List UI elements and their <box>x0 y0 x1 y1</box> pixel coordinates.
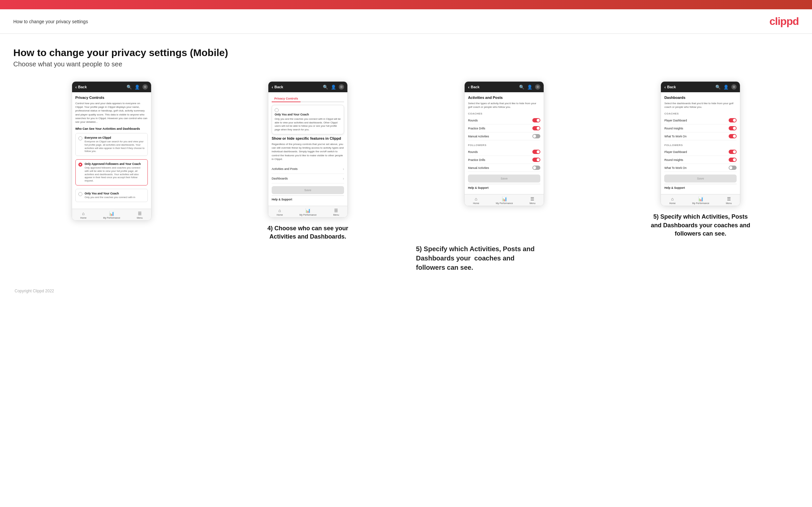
back-button-2[interactable]: ‹ Back <box>272 84 283 90</box>
dashboards-title-4: Dashboards <box>664 96 737 100</box>
followers-player-dash-label: Player Dashboard <box>664 150 687 154</box>
nav-menu-4[interactable]: ☰ Menu <box>726 196 732 205</box>
dashboards-desc-4: Select the dashboards that you'd like to… <box>664 102 737 109</box>
back-button-3[interactable]: ‹ Back <box>468 84 479 90</box>
privacy-controls-title-1: Privacy Controls <box>75 96 148 100</box>
tab-privacy-controls[interactable]: Privacy Controls <box>272 96 301 102</box>
radio-coach-only[interactable] <box>79 192 82 196</box>
toggle-followers-practice: Practice Drills <box>468 156 540 164</box>
help-support-4: Help & Support <box>664 184 737 191</box>
toggle-coaches-player-dash-switch[interactable] <box>729 118 737 122</box>
topbar-icons-2: 🔍 👤 ⚙ <box>323 84 344 90</box>
toggle-coaches-practice: Practice Drills <box>468 124 540 132</box>
radio-approved[interactable] <box>79 163 82 167</box>
page-heading: How to change your privacy settings (Mob… <box>13 47 799 58</box>
option-approved-label: Only Approved Followers and Your Coach <box>85 162 145 166</box>
toggle-coaches-practice-switch[interactable] <box>532 126 540 130</box>
toggle-coaches-round-insights: Round Insights <box>664 124 737 132</box>
coaches-manual-label: Manual Activities <box>468 135 489 138</box>
home-icon-3: ⌂ <box>475 196 477 202</box>
menu-icon-1: ☰ <box>138 211 142 216</box>
nav-home-2[interactable]: ⌂ Home <box>276 208 283 216</box>
option-everyone[interactable]: Everyone on Clippd Everyone on Clippd ca… <box>75 133 148 156</box>
search-icon-2[interactable]: 🔍 <box>323 84 328 90</box>
save-button-2[interactable]: Save <box>272 186 344 194</box>
nav-performance-1[interactable]: 📊 My Performance <box>103 211 120 219</box>
person-icon-3[interactable]: 👤 <box>527 84 532 90</box>
toggle-coaches-round-insights-switch[interactable] <box>729 126 737 130</box>
coaches-rounds-label: Rounds <box>468 119 477 122</box>
toggle-coaches-manual: Manual Activities <box>468 132 540 140</box>
settings-icon-3[interactable]: ⚙ <box>535 84 540 90</box>
activities-menu-item[interactable]: Activities and Posts › <box>272 164 344 174</box>
nav-menu-1[interactable]: ☰ Menu <box>137 211 143 219</box>
nav-menu-3[interactable]: ☰ Menu <box>530 196 536 205</box>
toggle-followers-what-to-work-switch[interactable] <box>729 166 737 170</box>
screenshots-row: ‹ Back 🔍 👤 ⚙ Privacy Controls Control ho… <box>13 81 799 241</box>
nav-performance-4[interactable]: 📊 My Performance <box>692 196 709 205</box>
phone-body-3: Activities and Posts Select the types of… <box>465 92 544 194</box>
search-icon-3[interactable]: 🔍 <box>519 84 524 90</box>
person-icon[interactable]: 👤 <box>135 84 140 90</box>
nav-performance-2[interactable]: 📊 My Performance <box>300 208 316 216</box>
topbar-icons-1: 🔍 👤 ⚙ <box>126 84 148 90</box>
toggle-coaches-what-to-work-switch[interactable] <box>729 134 737 138</box>
followers-label-4: FOLLOWERS <box>664 144 737 147</box>
toggle-coaches-rounds: Rounds <box>468 116 540 124</box>
nav-performance-label-3: My Performance <box>496 202 513 205</box>
dashboards-menu-item[interactable]: Dashboards › <box>272 174 344 183</box>
nav-home-1[interactable]: ⌂ Home <box>81 211 87 219</box>
nav-home-label-4: Home <box>669 202 675 205</box>
nav-home-3[interactable]: ⌂ Home <box>473 196 479 205</box>
settings-icon-2[interactable]: ⚙ <box>339 84 344 90</box>
followers-practice-label: Practice Drills <box>468 158 485 162</box>
coaches-round-insights-label: Round Insights <box>664 127 683 130</box>
nav-performance-label-4: My Performance <box>692 202 709 205</box>
toggle-followers-manual-switch[interactable] <box>532 166 540 170</box>
phone-topbar-1: ‹ Back 🔍 👤 ⚙ <box>72 81 151 92</box>
nav-performance-3[interactable]: 📊 My Performance <box>496 196 513 205</box>
search-icon-4[interactable]: 🔍 <box>715 84 721 90</box>
save-button-4[interactable]: Save <box>664 174 737 182</box>
toggle-followers-practice-switch[interactable] <box>532 158 540 162</box>
phone-frame-1: ‹ Back 🔍 👤 ⚙ Privacy Controls Control ho… <box>72 81 151 221</box>
back-button-1[interactable]: ‹ Back <box>75 84 87 90</box>
toggle-followers-rounds-switch[interactable] <box>532 150 540 154</box>
toggle-followers-round-insights-switch[interactable] <box>729 158 737 162</box>
chevron-left-icon-3: ‹ <box>468 84 469 90</box>
nav-menu-2[interactable]: ☰ Menu <box>333 208 339 216</box>
back-label-2: Back <box>274 85 283 89</box>
settings-icon[interactable]: ⚙ <box>143 84 148 90</box>
person-icon-4[interactable]: 👤 <box>723 84 729 90</box>
save-button-3[interactable]: Save <box>468 174 540 182</box>
settings-icon-4[interactable]: ⚙ <box>731 84 737 90</box>
screenshot-group-3: ‹ Back 🔍 👤 ⚙ Activities and Posts Select… <box>406 81 602 206</box>
menu-icon-4: ☰ <box>727 196 731 202</box>
nav-home-4[interactable]: ⌂ Home <box>669 196 675 205</box>
screenshot-group-1: ‹ Back 🔍 👤 ⚙ Privacy Controls Control ho… <box>13 81 210 221</box>
toggle-coaches-what-to-work: What To Work On <box>664 132 737 140</box>
option-coach-only[interactable]: Only You and Your Coach Only you and the… <box>75 189 148 202</box>
phone-topbar-4: ‹ Back 🔍 👤 ⚙ <box>661 81 740 92</box>
tab-bar-2: Privacy Controls <box>272 96 344 102</box>
nav-menu-label-2: Menu <box>333 214 339 216</box>
radio-everyone[interactable] <box>79 136 82 140</box>
chart-icon-1: 📊 <box>109 211 114 216</box>
back-button-4[interactable]: ‹ Back <box>664 84 676 90</box>
toggle-coaches-player-dash: Player Dashboard <box>664 116 737 124</box>
nav-menu-label-4: Menu <box>726 202 732 205</box>
toggle-followers-player-dash-switch[interactable] <box>729 150 737 154</box>
header: How to change your privacy settings clip… <box>0 9 812 34</box>
phone-body-2: Privacy Controls Only You and Your Coach… <box>268 92 347 206</box>
header-title: How to change your privacy settings <box>13 19 88 24</box>
toggle-coaches-manual-switch[interactable] <box>532 134 540 138</box>
search-icon[interactable]: 🔍 <box>126 84 132 90</box>
person-icon-2[interactable]: 👤 <box>331 84 336 90</box>
nav-home-label-2: Home <box>276 214 283 216</box>
toggle-coaches-rounds-switch[interactable] <box>532 118 540 122</box>
help-support-3: Help & Support <box>468 184 540 191</box>
option-approved-desc: Only approved followers and coaches you … <box>85 166 145 182</box>
option-approved[interactable]: Only Approved Followers and Your Coach O… <box>75 159 148 185</box>
menu-icon-3: ☰ <box>530 196 535 202</box>
chevron-right-activities: › <box>343 167 344 171</box>
